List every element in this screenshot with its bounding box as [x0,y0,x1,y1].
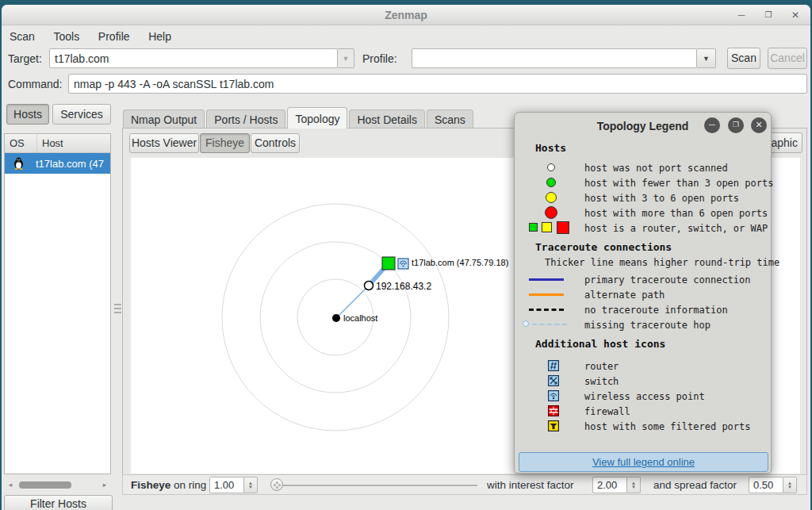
legend-item: router [584,361,619,372]
tab-topology[interactable]: Topology [287,107,347,128]
target-dropdown-arrow-icon[interactable]: ▼ [338,48,354,68]
wireless-access-point-icon [548,390,559,401]
os-column-header[interactable]: OS [5,134,37,152]
profile-input[interactable] [412,48,697,68]
cancel-button[interactable]: Cancel [768,48,807,69]
window-title: Zenmap [2,9,810,21]
missing-hop-circle-icon [523,320,529,327]
controls-button[interactable]: Controls [251,133,300,153]
alternate-path-line-icon [529,293,564,296]
tab-host-details[interactable]: Host Details [349,109,424,128]
tab-scans[interactable]: Scans [427,109,473,128]
services-button[interactable]: Services [52,104,111,125]
title-bar: Zenmap ─ ❐ ✕ [2,5,810,25]
target-label: Target: [8,52,42,65]
router-icon [548,360,559,371]
many-open-ports-host-icon [545,206,557,219]
hosts-table-header: OS Host [5,134,110,153]
fisheye-slider-handle[interactable] [270,478,283,491]
legend-item: primary traceroute connection [584,274,751,286]
view-full-legend-link[interactable]: View full legend online [592,456,695,468]
legend-item: missing traceroute hop [584,320,710,331]
node-target-label: t17lab.com (47.75.79.18) [412,258,508,267]
command-label: Command: [8,78,62,90]
profile-label: Profile: [362,52,397,65]
menu-scan[interactable]: Scan [2,26,43,46]
legend-item: switch [584,376,619,387]
few-open-ports-host-icon [546,178,556,187]
filtered-ports-host-icon [548,420,559,431]
node-hop[interactable] [365,282,373,290]
node-localhost-label: localhost [343,313,377,323]
scroll-right-arrow-icon[interactable]: ▸ [101,481,109,489]
interest-spinner[interactable]: 2.00 ▲▼ [592,477,641,493]
filter-hosts-button[interactable]: Filter Hosts [4,495,113,510]
node-localhost[interactable] [332,314,340,322]
scrollbar-thumb[interactable] [19,481,71,489]
firewall-icon [548,405,559,416]
fisheye-button[interactable]: Fisheye [200,133,250,153]
pane-divider-grip[interactable] [114,301,121,316]
ring-value[interactable]: 1.00 [209,477,244,493]
scrollbar-track[interactable] [14,481,101,489]
router-square-yellow-icon [542,222,552,232]
no-traceroute-line-icon [529,309,564,311]
hosts-viewer-button[interactable]: Hosts Viewer [129,133,199,153]
hosts-button[interactable]: Hosts [6,104,49,125]
primary-traceroute-line-icon [529,278,564,281]
wap-icon [398,259,408,269]
maximize-button[interactable]: ❐ [760,7,777,23]
view-full-legend-button[interactable]: View full legend online [519,452,768,472]
minimize-button[interactable]: ─ [733,7,750,23]
missing-hop-line-icon [532,324,567,325]
menu-tools[interactable]: Tools [46,26,88,46]
tab-bar: Nmap Output Ports / Hosts Topology Host … [123,109,475,128]
target-input[interactable]: t17lab.com [49,48,338,68]
spinner-arrows-icon[interactable]: ▲▼ [627,477,641,493]
hosts-horizontal-scrollbar[interactable]: ◂ ▸ [6,480,109,489]
spinner-arrows-icon[interactable]: ▲▼ [783,477,797,493]
legend-item: firewall [584,406,630,417]
ring-spinner[interactable]: 1.00 ▲▼ [209,477,258,493]
legend-additional-header: Additional host icons [535,338,665,350]
spread-spinner[interactable]: 0.50 ▲▼ [749,477,797,493]
interest-factor-label: with interest factor [487,479,574,491]
fisheye-on-ring-label: Fisheye on ring [131,479,206,491]
profile-dropdown-arrow-icon[interactable]: ▼ [697,48,716,68]
legend-close-button[interactable]: ✕ [751,117,767,133]
legend-item: host is a router, switch, or WAP [584,223,768,234]
switch-icon [548,375,559,386]
node-target[interactable] [382,257,395,270]
command-input[interactable]: nmap -p 443 -A -oA scanSSL t17lab.com [68,74,807,94]
close-button[interactable]: ✕ [787,7,804,23]
legend-item: host with more than 6 open ports [584,208,768,219]
tab-ports-hosts[interactable]: Ports / Hosts [206,109,285,128]
host-row[interactable]: t17lab.com (47 [5,153,110,174]
legend-minimize-button[interactable]: ─ [704,117,720,133]
spinner-arrows-icon[interactable]: ▲▼ [244,477,258,493]
menu-bar: Scan Tools Profile Help [2,26,810,48]
menu-profile[interactable]: Profile [90,26,138,46]
unscanned-host-icon [547,163,555,171]
legend-item: host was not port scanned [584,163,728,174]
legend-item: no traceroute information [584,305,728,316]
host-column-header[interactable]: Host [37,134,110,152]
legend-maximize-button[interactable]: ❐ [728,117,744,133]
spread-value[interactable]: 0.50 [749,477,783,493]
legend-traceroute-note: Thicker line means higher round-trip tim… [545,257,779,268]
tab-nmap-output[interactable]: Nmap Output [123,109,205,128]
legend-traceroute-header: Traceroute connections [535,241,672,253]
fisheye-control-bar: Fisheye on ring 1.00 ▲▼ with interest fa… [122,474,807,495]
hosts-table: OS Host t17lab.com (47 [4,133,111,474]
legend-item: host with fewer than 3 open ports [584,178,773,189]
interest-value[interactable]: 2.00 [592,477,627,493]
router-square-green-icon [529,223,538,232]
fisheye-slider-track[interactable] [275,485,477,486]
menu-help[interactable]: Help [140,26,179,46]
legend-item: host with 3 to 6 open ports [584,193,739,204]
legend-item: wireless access point [584,391,705,402]
scan-button[interactable]: Scan [727,48,760,69]
router-square-red-icon [557,221,569,234]
spread-factor-label: and spread factor [653,479,737,491]
scroll-left-arrow-icon[interactable]: ◂ [6,481,14,489]
